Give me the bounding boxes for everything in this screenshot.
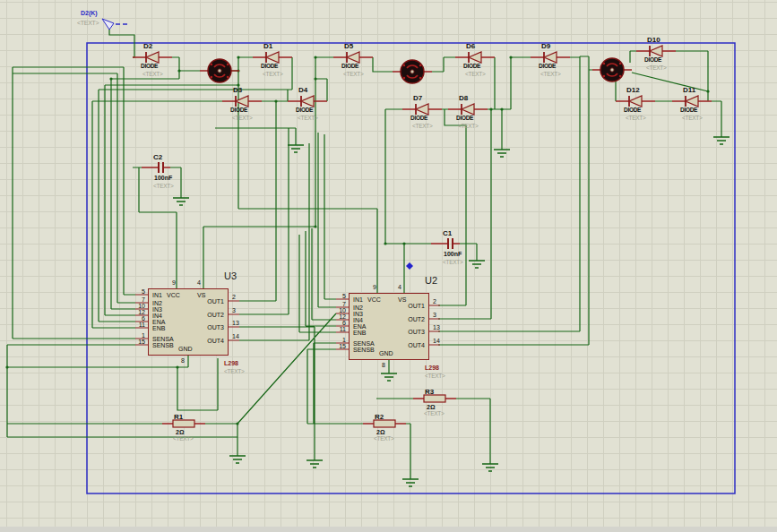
pin-name: GND xyxy=(178,346,193,352)
diode-ref: D8 xyxy=(459,94,468,102)
diode-part: DIODE xyxy=(539,63,556,69)
diode[interactable]: D5 DIODE <TEXT> xyxy=(326,39,380,81)
pin-number: 9 xyxy=(364,284,376,290)
diode-placeholder: <TEXT> xyxy=(412,123,432,129)
diode-placeholder: <TEXT> xyxy=(626,115,645,121)
diode[interactable]: D8 DIODE <TEXT> xyxy=(441,91,495,133)
pin-number: 10 xyxy=(333,307,346,313)
pin-number: 5 xyxy=(333,293,346,299)
pin-name: ENB xyxy=(353,330,366,336)
capacitor-icon xyxy=(134,160,188,175)
capacitor[interactable]: C1 100nF <TEXT> xyxy=(424,227,478,267)
diode[interactable]: D6 DIODE <TEXT> xyxy=(448,39,502,81)
pin-name: OUT2 xyxy=(188,312,224,318)
diode-ref: D2 xyxy=(143,42,152,50)
resistor-placeholder: <TEXT> xyxy=(173,435,193,442)
pin-name: OUT1 xyxy=(389,303,425,309)
diode[interactable]: D12 DIODE <TEXT> xyxy=(609,83,662,124)
diode[interactable]: D9 DIODE <TEXT> xyxy=(523,39,577,81)
pin-number: 5 xyxy=(133,288,145,295)
pin-number: 14 xyxy=(232,333,239,339)
diode[interactable]: D4 DIODE <TEXT> xyxy=(281,83,334,124)
pin-number: 3 xyxy=(433,312,436,318)
diode[interactable]: D10 DIODE <TEXT> xyxy=(629,33,683,74)
ic-ref: U2 xyxy=(425,278,437,284)
window-edge xyxy=(0,527,777,532)
pin-number: 8 xyxy=(382,362,385,368)
capacitor-placeholder: <TEXT> xyxy=(153,183,173,189)
ic-u3[interactable]: U3 IN1 IN2 IN3 IN4 ENA ENB SENSA SENSB 5… xyxy=(148,288,229,356)
resistor[interactable]: R3 2Ω <TEXT> xyxy=(408,386,462,422)
diode-ref: D12 xyxy=(626,86,640,94)
diode-part: DIODE xyxy=(261,63,278,69)
diode-part: DIODE xyxy=(296,107,313,113)
pin-name: IN4 xyxy=(353,317,363,323)
pin-name: SENSA xyxy=(152,336,174,342)
pin-number: 1 xyxy=(333,337,346,343)
diode-part: DIODE xyxy=(410,115,427,121)
pin-name: SENSA xyxy=(353,340,375,347)
pin-number: 1 xyxy=(133,332,145,339)
resistor-icon xyxy=(358,418,411,429)
diode-part: DIODE xyxy=(456,115,473,121)
pin-name: OUT2 xyxy=(389,316,425,322)
ic-placeholder: <TEXT> xyxy=(224,368,244,374)
diode-ref: D5 xyxy=(344,42,353,50)
pin-name: IN1 xyxy=(353,296,363,303)
diode-placeholder: <TEXT> xyxy=(298,115,317,121)
capacitor[interactable]: C2 100nF <TEXT> xyxy=(134,151,188,191)
pin-number: 15 xyxy=(133,339,145,345)
pin-number: 2 xyxy=(433,298,436,305)
pin-name: OUT3 xyxy=(188,324,224,330)
pin-name: VCC xyxy=(367,296,381,303)
pin-number: 8 xyxy=(181,357,185,364)
diode[interactable]: D2 DIODE <TEXT> xyxy=(125,39,179,81)
pin-name: OUT4 xyxy=(188,338,224,344)
ic-placeholder: <TEXT> xyxy=(425,373,445,379)
diode[interactable]: D3 DIODE <TEXT> xyxy=(215,83,269,124)
pin-name: SENSB xyxy=(353,347,375,353)
diode[interactable]: D11 DIODE <TEXT> xyxy=(665,83,719,124)
motor-icon xyxy=(391,58,434,85)
diode-placeholder: <TEXT> xyxy=(458,123,478,129)
pin-number: 3 xyxy=(232,307,236,313)
pin-number: 4 xyxy=(389,284,401,290)
pin-name: ENA xyxy=(152,319,165,325)
diode-ref: D9 xyxy=(541,42,550,50)
pin-name: IN2 xyxy=(353,305,363,311)
pin-number: 12 xyxy=(133,309,145,315)
pin-number: 7 xyxy=(333,301,346,307)
ic-part-label: L298 xyxy=(425,365,439,371)
pin-number: 7 xyxy=(133,296,145,303)
schematic-canvas[interactable]: D2(K) <TEXT> D2 DIODE <TEXT> D1 DIODE <T… xyxy=(0,0,777,532)
diode-ref: D4 xyxy=(298,86,307,94)
resistor[interactable]: R2 2Ω <TEXT> xyxy=(358,411,411,447)
pin-name: OUT3 xyxy=(389,329,425,335)
motor[interactable] xyxy=(198,57,241,84)
ic-u2[interactable]: U2 IN1 IN2 IN3 IN4 ENA ENB SENSA SENSB 5… xyxy=(349,293,429,360)
pin-name: ENB xyxy=(152,325,165,331)
pin-number: 11 xyxy=(333,326,346,332)
diode-ref: D10 xyxy=(647,36,660,44)
pin-number: 11 xyxy=(133,322,145,328)
diode-placeholder: <TEXT> xyxy=(232,115,252,121)
pin-number: 13 xyxy=(232,320,239,326)
pin-name: IN2 xyxy=(152,300,162,306)
diode-part: DIODE xyxy=(463,63,480,69)
resistor-placeholder: <TEXT> xyxy=(424,410,444,416)
resistor-value: 2Ω xyxy=(376,429,385,435)
capacitor-placeholder: <TEXT> xyxy=(443,259,462,265)
pin-name: VCC xyxy=(167,292,180,298)
diode-part: DIODE xyxy=(624,107,641,113)
capacitor-value: 100nF xyxy=(444,251,462,257)
resistor[interactable]: R1 2Ω <TEXT> xyxy=(157,411,211,447)
motor[interactable] xyxy=(391,58,434,85)
motor[interactable] xyxy=(591,56,634,83)
pin-number: 10 xyxy=(133,303,145,309)
motor-icon xyxy=(198,57,241,84)
resistor-value: 2Ω xyxy=(427,404,436,410)
diode[interactable]: D1 DIODE <TEXT> xyxy=(246,39,299,81)
resistor-value: 2Ω xyxy=(176,429,185,435)
diode-placeholder: <TEXT> xyxy=(343,71,363,77)
pin-name: VS xyxy=(398,296,406,303)
